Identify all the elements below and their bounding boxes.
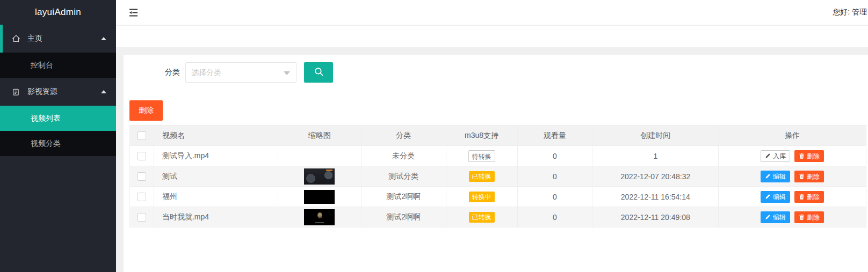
edit-button[interactable]: 编辑 — [761, 191, 790, 203]
edit-button[interactable]: 编辑 — [761, 211, 790, 223]
row-checkbox[interactable] — [138, 172, 146, 181]
sidebar-item-console[interactable]: 控制台 — [0, 53, 116, 78]
created-time-cell: 2022-12-11 16:54:14 — [592, 187, 719, 207]
category-cell: 测试分类 — [361, 166, 446, 187]
edit-icon — [765, 214, 771, 220]
column-header: 操作 — [719, 126, 866, 146]
row-checkbox-cell — [130, 187, 154, 207]
row-checkbox-cell — [130, 146, 154, 166]
delete-button[interactable]: 删除 — [794, 211, 824, 223]
search-icon — [314, 67, 324, 78]
m3u8-cell: 已转换 — [446, 166, 518, 187]
views-cell: 0 — [518, 187, 593, 207]
thumbnail-cell — [278, 166, 361, 187]
views-cell: 0 — [518, 146, 593, 166]
content-card: 分类 选择分类 删除 视频名缩略图分类m3u8支持观看量创建时间操作测试导入.m… — [124, 55, 868, 272]
sidebar-item-label: 主页 — [27, 34, 42, 43]
chevron-up-icon — [101, 37, 106, 40]
m3u8-cell: 待转换 — [446, 146, 518, 166]
actions-cell: 编辑删除 — [719, 166, 866, 187]
row-checkbox[interactable] — [138, 193, 146, 201]
main-body: 分类 选择分类 删除 视频名缩略图分类m3u8支持观看量创建时间操作测试导入.m… — [116, 47, 868, 272]
app-logo: layuiAdmin — [0, 0, 116, 25]
m3u8-status-badge: 待转换 — [468, 150, 495, 162]
created-time-cell: 2022-12-11 20:49:08 — [592, 207, 719, 227]
sidebar-item-media-resources[interactable]: 影视资源 — [0, 78, 116, 106]
category-cell: 未分类 — [361, 146, 446, 166]
table-row: 当时我就.mp4测试2啊啊已转换02022-12-11 20:49:08编辑删除 — [130, 207, 866, 227]
video-name-cell: 测试 — [154, 166, 278, 187]
video-name-cell: 测试导入.mp4 — [154, 146, 278, 166]
video-thumbnail[interactable] — [304, 190, 335, 204]
home-icon — [12, 34, 21, 43]
actions-cell: 入库删除 — [719, 146, 866, 166]
m3u8-cell: 转换中 — [446, 187, 518, 207]
column-header: 创建时间 — [592, 126, 719, 146]
video-name-cell: 福州 — [154, 187, 278, 207]
row-checkbox[interactable] — [138, 152, 146, 160]
video-name-cell: 当时我就.mp4 — [154, 207, 278, 227]
tab-strip — [116, 26, 868, 47]
delete-button[interactable]: 删除 — [794, 150, 824, 162]
table-row: 测试导入.mp4未分类待转换01入库删除 — [130, 146, 866, 166]
video-thumbnail[interactable] — [304, 168, 335, 185]
actions-cell: 编辑删除 — [719, 207, 866, 227]
thumbnail-cell — [278, 146, 361, 166]
delete-icon — [799, 214, 805, 220]
filter-bar: 分类 选择分类 — [165, 62, 333, 83]
video-table: 视频名缩略图分类m3u8支持观看量创建时间操作测试导入.mp4未分类待转换01入… — [129, 125, 866, 227]
delete-icon — [799, 173, 805, 179]
user-greeting[interactable]: 您好: 管理 — [833, 8, 868, 17]
column-header: 观看量 — [518, 126, 593, 146]
sidebar-item-video-list[interactable]: 视频列表 — [0, 106, 116, 131]
sidebar: layuiAdmin 主页 控制台 影视资源 视频列表 — [0, 0, 116, 272]
column-header: 分类 — [361, 126, 446, 146]
column-header: m3u8支持 — [446, 126, 518, 146]
views-cell: 0 — [518, 207, 593, 227]
edit-button[interactable]: 编辑 — [761, 171, 790, 182]
category-cell: 测试2啊啊 — [361, 187, 446, 207]
sidebar-item-label: 视频列表 — [31, 114, 61, 122]
edit-icon — [765, 153, 771, 159]
views-cell: 0 — [518, 166, 593, 187]
m3u8-cell: 已转换 — [446, 207, 518, 227]
category-cell: 测试2啊啊 — [361, 207, 446, 227]
m3u8-status-badge: 已转换 — [469, 212, 495, 223]
clipboard-icon — [12, 88, 21, 96]
m3u8-status-badge: 转换中 — [469, 192, 495, 202]
edit-icon — [765, 173, 771, 179]
chevron-up-icon — [101, 90, 106, 93]
sidebar-nav: 主页 控制台 影视资源 视频列表 视频分类 — [0, 25, 116, 156]
video-thumbnail[interactable] — [304, 209, 335, 225]
top-header: 您好: 管理 — [116, 0, 868, 25]
created-time-cell: 2022-12-07 20:48:32 — [592, 166, 719, 187]
search-button[interactable] — [304, 62, 333, 83]
table-row: 测试测试分类已转换02022-12-07 20:48:32编辑删除 — [130, 166, 866, 187]
sidebar-item-home[interactable]: 主页 — [0, 25, 116, 53]
table-row: 福州测试2啊啊转换中02022-12-11 16:54:14编辑删除 — [130, 187, 866, 207]
row-checkbox-cell — [130, 166, 154, 187]
table-header-row: 视频名缩略图分类m3u8支持观看量创建时间操作 — [130, 126, 866, 146]
chevron-down-icon — [284, 71, 290, 75]
m3u8-status-badge: 已转换 — [469, 171, 495, 182]
sidebar-item-label: 控制台 — [31, 61, 53, 69]
delete-button[interactable]: 删除 — [794, 191, 824, 203]
created-time-cell: 1 — [592, 146, 719, 166]
select-all-checkbox[interactable] — [138, 131, 146, 140]
collapse-sidebar-icon[interactable] — [129, 8, 140, 17]
actions-cell: 编辑删除 — [719, 187, 866, 207]
delete-icon — [799, 153, 805, 159]
warehouse-button[interactable]: 入库 — [761, 150, 790, 162]
column-header: 视频名 — [154, 126, 278, 146]
bulk-delete-button[interactable]: 删除 — [129, 100, 163, 121]
sidebar-item-label: 影视资源 — [27, 87, 57, 97]
thumbnail-cell — [278, 207, 361, 227]
sidebar-item-video-category[interactable]: 视频分类 — [0, 131, 116, 156]
edit-icon — [765, 194, 771, 200]
delete-button[interactable]: 删除 — [794, 171, 824, 182]
category-filter-label: 分类 — [165, 68, 180, 77]
delete-icon — [799, 194, 805, 200]
category-select[interactable]: 选择分类 — [185, 62, 296, 83]
row-checkbox[interactable] — [138, 213, 146, 222]
column-header: 缩略图 — [278, 126, 361, 146]
